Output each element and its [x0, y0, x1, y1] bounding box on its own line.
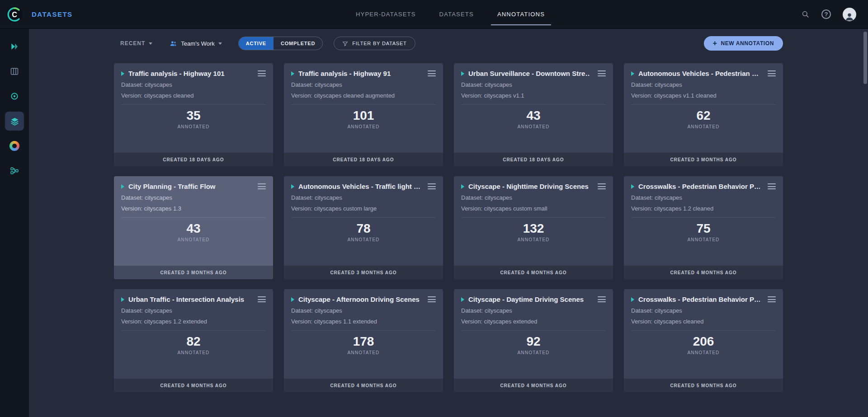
- page-title: DATASETS: [32, 10, 73, 18]
- team-scope-dropdown[interactable]: Team's Work: [170, 40, 222, 47]
- tab-hyper-datasets[interactable]: HYPER-DATASETS: [356, 0, 416, 28]
- card-dataset: Dataset: cityscapes: [291, 81, 436, 88]
- sidebar-item-reports[interactable]: [5, 136, 24, 155]
- card-menu-icon[interactable]: [768, 296, 776, 302]
- team-icon: [170, 40, 177, 47]
- annotation-card[interactable]: Crosswalks - Pedestrian Behavior P… Data…: [624, 289, 783, 392]
- annotation-card[interactable]: Cityscape - Afternoon Driving Scenes Dat…: [284, 289, 443, 392]
- card-title: Cityscape - Daytime Driving Scenes: [468, 295, 590, 303]
- annotation-card-highlighted[interactable]: City Planning - Traffic Flow Dataset: ci…: [114, 176, 273, 279]
- layers-icon: [10, 117, 19, 126]
- annotation-card[interactable]: Urban Surveillance - Downtown Stre… Data…: [454, 63, 613, 166]
- main-area: RECENT Team's Work ACTIVE COMPLETED: [29, 29, 868, 417]
- card-version: Version: cityscapes cleaned augmented: [291, 92, 436, 99]
- card-menu-icon[interactable]: [428, 70, 436, 76]
- annotation-card[interactable]: Traffic analysis - Highway 101 Dataset: …: [114, 63, 273, 166]
- annotated-count: 35: [114, 108, 273, 123]
- card-created: CREATED 4 MONTHS AGO: [624, 266, 783, 279]
- new-annotation-button[interactable]: + NEW ANNOTATION: [704, 36, 783, 51]
- annotated-label: ANNOTATED: [624, 237, 783, 242]
- card-dataset: Dataset: cityscapes: [291, 307, 436, 314]
- sidebar-item-models[interactable]: [5, 87, 24, 106]
- card-version: Version: cityscapes extended: [461, 318, 606, 325]
- expand-caret-icon[interactable]: [631, 71, 634, 76]
- tab-annotations[interactable]: ANNOTATIONS: [497, 0, 545, 28]
- sort-dropdown[interactable]: RECENT: [120, 40, 152, 47]
- card-menu-icon[interactable]: [768, 183, 776, 189]
- annotated-label: ANNOTATED: [624, 124, 783, 129]
- card-created: CREATED 18 DAYS AGO: [284, 153, 443, 166]
- card-menu-icon[interactable]: [258, 296, 266, 302]
- card-menu-icon[interactable]: [428, 296, 436, 302]
- expand-caret-icon[interactable]: [291, 71, 294, 76]
- card-title: Traffic analysis - Highway 91: [298, 70, 420, 77]
- expand-caret-icon[interactable]: [461, 71, 464, 76]
- help-icon[interactable]: ?: [821, 9, 831, 19]
- card-version: Version: cityscapes cleaned: [631, 318, 776, 325]
- divider: [631, 217, 776, 218]
- person-icon: [844, 11, 854, 21]
- expand-caret-icon[interactable]: [461, 297, 464, 302]
- scrollbar-thumb[interactable]: [863, 32, 867, 84]
- card-menu-icon[interactable]: [258, 70, 266, 76]
- card-title: Crosswalks - Pedestrian Behavior P…: [638, 295, 760, 303]
- annotated-count: 75: [624, 221, 783, 236]
- app-logo[interactable]: C: [0, 5, 29, 23]
- annotated-count: 92: [454, 334, 613, 349]
- annotation-card[interactable]: Autonomous Vehicles - Traffic light … Da…: [284, 176, 443, 279]
- annotation-card[interactable]: Cityscape - Daytime Driving Scenes Datas…: [454, 289, 613, 392]
- expand-caret-icon[interactable]: [121, 297, 124, 302]
- card-dataset: Dataset: cityscapes: [121, 307, 266, 314]
- expand-caret-icon[interactable]: [631, 297, 634, 302]
- card-menu-icon[interactable]: [258, 183, 266, 189]
- annotated-count: 82: [114, 334, 273, 349]
- expand-caret-icon[interactable]: [461, 184, 464, 189]
- expand-caret-icon[interactable]: [291, 297, 294, 302]
- expand-caret-icon[interactable]: [631, 184, 634, 189]
- annotated-label: ANNOTATED: [114, 237, 273, 242]
- left-sidebar: [0, 29, 29, 417]
- expand-caret-icon[interactable]: [121, 71, 124, 76]
- annotation-card[interactable]: Urban Traffic - Intersection Analysis Da…: [114, 289, 273, 392]
- card-created: CREATED 4 MONTHS AGO: [114, 379, 273, 392]
- sidebar-item-datasets[interactable]: [5, 112, 24, 131]
- card-version: Version: cityscapes 1.2 extended: [121, 318, 266, 325]
- divider: [461, 217, 606, 218]
- status-tab-completed[interactable]: COMPLETED: [274, 37, 322, 50]
- card-dataset: Dataset: cityscapes: [461, 307, 606, 314]
- card-version: Version: cityscapes v1.1 cleaned: [631, 92, 776, 99]
- card-menu-icon[interactable]: [598, 70, 606, 76]
- annotated-label: ANNOTATED: [454, 124, 613, 129]
- card-menu-icon[interactable]: [598, 183, 606, 189]
- annotated-count: 101: [284, 108, 443, 123]
- card-menu-icon[interactable]: [768, 70, 776, 76]
- card-menu-icon[interactable]: [428, 183, 436, 189]
- sidebar-item-getting-started[interactable]: [5, 37, 24, 56]
- annotated-label: ANNOTATED: [454, 350, 613, 355]
- annotation-card[interactable]: Autonomous Vehicles - Pedestrian … Datas…: [624, 63, 783, 166]
- board-icon: [10, 67, 19, 76]
- sidebar-item-experiments[interactable]: [5, 62, 24, 81]
- card-title: Urban Surveillance - Downtown Stre…: [468, 70, 590, 77]
- expand-caret-icon[interactable]: [121, 184, 124, 189]
- annotation-card[interactable]: Crosswalks - Pedestrian Behavior P… Data…: [624, 176, 783, 279]
- divider: [121, 104, 266, 105]
- status-tab-active[interactable]: ACTIVE: [239, 37, 274, 50]
- annotated-label: ANNOTATED: [284, 124, 443, 129]
- tab-datasets[interactable]: DATASETS: [439, 0, 474, 28]
- expand-caret-icon[interactable]: [291, 184, 294, 189]
- annotation-card[interactable]: Cityscape - Nighttime Driving Scenes Dat…: [454, 176, 613, 279]
- card-menu-icon[interactable]: [598, 296, 606, 302]
- card-version: Version: cityscapes custom large: [291, 205, 436, 212]
- annotation-card[interactable]: Traffic analysis - Highway 91 Dataset: c…: [284, 63, 443, 166]
- card-title: Autonomous Vehicles - Pedestrian …: [638, 70, 760, 77]
- card-version: Version: cityscapes custom small: [461, 205, 606, 212]
- annotated-count: 132: [454, 221, 613, 236]
- card-title: City Planning - Traffic Flow: [128, 183, 250, 190]
- filter-by-dataset-button[interactable]: FILTER BY DATASET: [334, 37, 415, 50]
- user-avatar[interactable]: [843, 8, 856, 21]
- divider: [291, 217, 436, 218]
- search-icon[interactable]: [801, 10, 810, 19]
- team-scope-label: Team's Work: [181, 40, 214, 47]
- sidebar-item-pipelines[interactable]: [5, 161, 24, 180]
